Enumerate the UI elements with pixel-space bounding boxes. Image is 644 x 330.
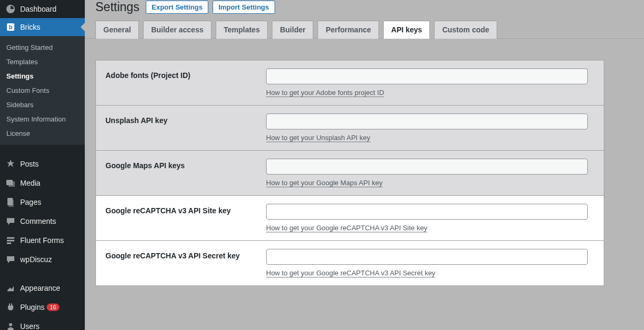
- dashboard-icon: [5, 4, 16, 14]
- sidebar-item-label: Fluent Forms: [20, 236, 64, 245]
- sub-item-templates[interactable]: Templates: [0, 55, 85, 69]
- users-icon: [5, 321, 16, 330]
- svg-point-9: [9, 323, 12, 326]
- sidebar-item-appearance[interactable]: Appearance: [0, 279, 85, 298]
- sidebar-item-posts[interactable]: Posts: [0, 154, 85, 173]
- pin-icon: [5, 159, 16, 169]
- svg-rect-8: [7, 242, 11, 244]
- bricks-icon: b: [5, 22, 16, 32]
- sub-item-system-info[interactable]: System Information: [0, 112, 85, 126]
- form-row-adobe-fonts: Adobe fonts (Project ID) How to get your…: [96, 60, 604, 106]
- sidebar-item-pages[interactable]: Pages: [0, 193, 85, 212]
- discuz-icon: [5, 254, 16, 265]
- svg-rect-3: [8, 181, 15, 187]
- recaptcha-site-input[interactable]: [266, 204, 588, 220]
- sidebar-item-dashboard[interactable]: Dashboard: [0, 0, 85, 18]
- google-maps-help-link[interactable]: How to get your Google Maps API key: [266, 179, 383, 187]
- sidebar-item-label: Bricks: [20, 23, 40, 31]
- svg-rect-7: [7, 240, 14, 241]
- sub-item-license[interactable]: License: [0, 126, 85, 141]
- form-row-google-maps: Google Maps API keys How to get your Goo…: [96, 151, 604, 196]
- form-area: Adobe fonts (Project ID) How to get your…: [85, 39, 644, 297]
- form-label: Unsplash API key: [96, 106, 250, 150]
- sidebar-item-label: Comments: [20, 217, 56, 225]
- unsplash-input[interactable]: [266, 114, 588, 129]
- form-label: Google Maps API keys: [96, 151, 250, 195]
- sidebar-item-label: Plugins: [20, 303, 45, 311]
- sidebar-item-label: Posts: [20, 160, 39, 168]
- form-label: Google reCAPTCHA v3 API Site key: [96, 196, 250, 240]
- import-settings-button[interactable]: Import Settings: [213, 1, 275, 14]
- recaptcha-secret-input[interactable]: [266, 249, 588, 265]
- sidebar-item-bricks[interactable]: b Bricks: [0, 18, 85, 36]
- admin-sidebar: Dashboard b Bricks Getting Started Templ…: [0, 0, 85, 330]
- sidebar-item-users[interactable]: Users: [0, 317, 85, 330]
- sub-item-sidebars[interactable]: Sidebars: [0, 98, 85, 112]
- form-row-recaptcha-secret: Google reCAPTCHA v3 API Secret key How t…: [96, 241, 604, 286]
- tab-custom-code[interactable]: Custom code: [434, 21, 497, 39]
- tab-performance[interactable]: Performance: [317, 21, 379, 39]
- tab-builder[interactable]: Builder: [272, 21, 313, 39]
- sidebar-item-label: Pages: [20, 198, 41, 206]
- sidebar-item-plugins[interactable]: Plugins 16: [0, 298, 85, 317]
- plugins-icon: [5, 302, 16, 312]
- form-input-col: How to get your Google reCAPTCHA v3 API …: [250, 241, 604, 285]
- pages-icon: [5, 197, 16, 207]
- form-input-col: How to get your Adobe fonts project ID: [250, 60, 604, 105]
- recaptcha-site-help-link[interactable]: How to get your Google reCAPTCHA v3 API …: [266, 224, 427, 232]
- tab-general[interactable]: General: [95, 21, 139, 39]
- form-label: Google reCAPTCHA v3 API Secret key: [96, 241, 250, 285]
- sidebar-item-label: wpDiscuz: [20, 255, 52, 264]
- form-input-col: How to get your Google Maps API key: [250, 151, 604, 195]
- media-icon: [5, 178, 16, 188]
- svg-text:b: b: [9, 24, 13, 30]
- page-title: Settings: [95, 0, 139, 14]
- adobe-fonts-input[interactable]: [266, 68, 588, 84]
- sidebar-item-label: Appearance: [20, 284, 60, 292]
- svg-rect-6: [7, 237, 14, 239]
- unsplash-help-link[interactable]: How to get your Unsplash API key: [266, 134, 370, 142]
- appearance-icon: [5, 283, 16, 293]
- google-maps-input[interactable]: [266, 159, 588, 175]
- form-row-recaptcha-site: Google reCAPTCHA v3 API Site key How to …: [96, 196, 604, 241]
- sidebar-submenu: Getting Started Templates Settings Custo…: [0, 36, 85, 145]
- sub-item-getting-started[interactable]: Getting Started: [0, 40, 85, 55]
- tab-templates[interactable]: Templates: [216, 21, 268, 39]
- sidebar-item-label: Media: [20, 179, 40, 187]
- adobe-fonts-help-link[interactable]: How to get your Adobe fonts project ID: [266, 89, 384, 97]
- page-header: Settings Export Settings Import Settings: [85, 0, 644, 21]
- form-label: Adobe fonts (Project ID): [96, 60, 250, 105]
- api-keys-form: Adobe fonts (Project ID) How to get your…: [95, 60, 604, 286]
- sidebar-item-fluent-forms[interactable]: Fluent Forms: [0, 231, 85, 250]
- sidebar-item-label: Users: [20, 322, 40, 330]
- export-settings-button[interactable]: Export Settings: [146, 1, 208, 14]
- main-content: Settings Export Settings Import Settings…: [85, 0, 644, 330]
- sidebar-item-media[interactable]: Media: [0, 173, 85, 193]
- plugins-update-badge: 16: [47, 303, 59, 311]
- sub-item-custom-fonts[interactable]: Custom Fonts: [0, 83, 85, 98]
- forms-icon: [5, 235, 16, 246]
- recaptcha-secret-help-link[interactable]: How to get your Google reCAPTCHA v3 API …: [266, 269, 435, 277]
- sidebar-item-wpdiscuz[interactable]: wpDiscuz: [0, 250, 85, 269]
- form-row-unsplash: Unsplash API key How to get your Unsplas…: [96, 106, 604, 151]
- svg-rect-5: [8, 199, 14, 207]
- sidebar-item-label: Dashboard: [20, 5, 57, 13]
- form-input-col: How to get your Google reCAPTCHA v3 API …: [250, 196, 604, 240]
- form-input-col: How to get your Unsplash API key: [250, 106, 604, 150]
- tab-api-keys[interactable]: API keys: [383, 21, 430, 39]
- sidebar-item-comments[interactable]: Comments: [0, 212, 85, 231]
- tab-builder-access[interactable]: Builder access: [143, 21, 211, 39]
- sub-item-settings[interactable]: Settings: [0, 69, 85, 83]
- comments-icon: [5, 216, 16, 227]
- settings-tabs: General Builder access Templates Builder…: [85, 21, 644, 39]
